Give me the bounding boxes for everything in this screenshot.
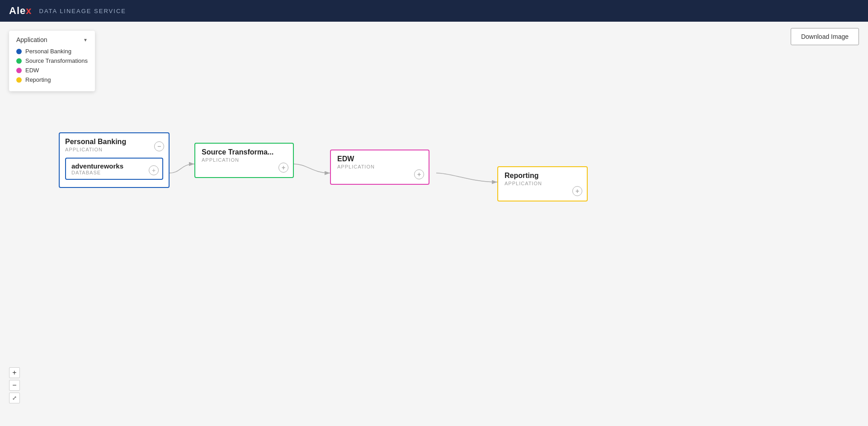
node-personal-banking[interactable]: Personal Banking APPLICATION − adventure… [59,132,170,188]
node-title-personal-banking: Personal Banking [65,138,163,146]
download-image-button[interactable]: Download Image [791,28,859,45]
logo-x: x [26,5,32,16]
expand-icon-reporting[interactable]: + [572,186,582,196]
legend-item-source-transformations: Source Transformations [16,57,88,64]
zoom-in-button[interactable]: + [9,367,20,378]
legend-label-edw: EDW [25,67,39,74]
logo-text: Alex [9,5,32,17]
legend-dot-edw [16,68,22,73]
canvas: Application ▼ Personal Banking Source Tr… [0,22,868,426]
node-subtitle-edw: APPLICATION [337,164,422,169]
legend-dot-personal-banking [16,49,22,54]
node-title-edw: EDW [337,155,422,163]
legend-item-reporting: Reporting [16,76,88,83]
expand-icon-source-transformations[interactable]: + [278,163,288,173]
legend-label-source-transformations: Source Transformations [25,57,88,64]
node-edw[interactable]: EDW APPLICATION + [330,150,429,185]
legend-label-reporting: Reporting [25,76,51,83]
header: Alex DATA LINEAGE SERVICE [0,0,868,22]
node-adventureworks[interactable]: adventureworks DATABASE + [65,158,163,180]
zoom-fit-button[interactable]: ⤢ [9,393,20,403]
logo: Alex [9,5,32,17]
legend-dropdown[interactable]: Application ▼ [16,36,88,43]
arrows-svg [0,22,868,426]
legend-dropdown-label: Application [16,36,47,43]
legend-item-personal-banking: Personal Banking [16,48,88,55]
legend-label-personal-banking: Personal Banking [25,48,71,55]
node-subtitle-source-transformations: APPLICATION [202,157,287,163]
legend-dot-source-transformations [16,58,22,64]
node-reporting[interactable]: Reporting APPLICATION + [497,166,588,201]
node-title-adventureworks: adventureworks [71,162,157,170]
node-subtitle-adventureworks: DATABASE [71,170,157,175]
legend-item-edw: EDW [16,67,88,74]
collapse-icon[interactable]: − [154,141,164,151]
chevron-down-icon: ▼ [83,37,88,42]
expand-icon-adventureworks[interactable]: + [149,165,159,175]
node-subtitle-reporting: APPLICATION [505,181,580,186]
node-title-reporting: Reporting [505,172,580,180]
node-title-source-transformations: Source Transforma... [202,148,287,156]
zoom-controls: + − ⤢ [9,367,20,403]
expand-icon-edw[interactable]: + [414,169,424,179]
node-subtitle-personal-banking: APPLICATION [65,147,163,152]
app-title: DATA LINEAGE SERVICE [39,8,126,14]
zoom-out-button[interactable]: − [9,380,20,391]
legend-box: Application ▼ Personal Banking Source Tr… [9,31,95,91]
node-source-transformations[interactable]: Source Transforma... APPLICATION + [194,143,294,178]
legend-dot-reporting [16,77,22,83]
